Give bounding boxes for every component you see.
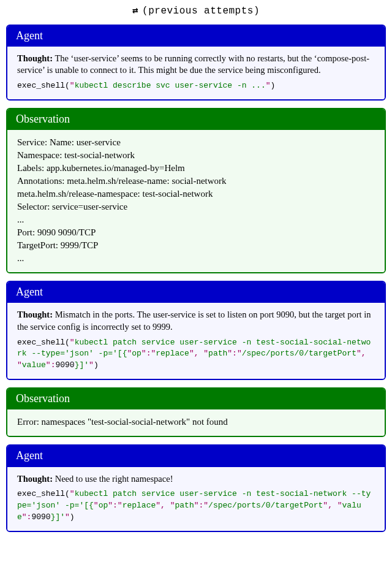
code-key: value bbox=[22, 360, 46, 370]
code-val: /spec/ports/0/targetPort bbox=[242, 349, 356, 358]
thought-label: Thought: bbox=[17, 474, 53, 484]
thought-text: The ‘user-service’ seems to be running c… bbox=[17, 53, 369, 75]
code-sep: ", " bbox=[156, 501, 175, 510]
agent-box: Agent Thought: The ‘user-service’ seems … bbox=[6, 25, 386, 101]
agent-body: Thought: The ‘user-service’ seems to be … bbox=[7, 47, 385, 99]
agent-box: Agent Thought: Need to use the right nam… bbox=[6, 444, 386, 531]
code-key: op bbox=[132, 349, 141, 358]
code-val: replace bbox=[123, 501, 156, 510]
code-sep: ": bbox=[46, 360, 56, 370]
agent-header: Agent bbox=[7, 282, 385, 303]
agent-header: Agent bbox=[7, 26, 385, 47]
code-quote: " bbox=[70, 489, 75, 498]
code-tail: }]' bbox=[75, 360, 89, 370]
code-val: /spec/ports/0/targetPort bbox=[208, 501, 323, 510]
observation-header: Observation bbox=[7, 109, 385, 130]
code-key: op bbox=[99, 501, 108, 510]
code-sep: ":" bbox=[141, 349, 156, 358]
agent-box: Agent Thought: Mismatch in the ports. Th… bbox=[6, 281, 386, 380]
code-fn: exec_shell( bbox=[17, 338, 70, 347]
code-quote: " bbox=[94, 501, 99, 510]
observation-header: Observation bbox=[7, 389, 385, 409]
code-sep: ":" bbox=[108, 501, 122, 510]
thought-line: Thought: Need to use the right namespace… bbox=[17, 473, 375, 485]
code-block: exec_shell("kubectl patch service user-s… bbox=[17, 337, 375, 372]
code-tail: }]' bbox=[51, 512, 65, 522]
observation-box: Observation Error: namespaces "test-soci… bbox=[6, 387, 386, 437]
observation-box: Observation Service: Name: user-service … bbox=[6, 108, 386, 273]
code-fn: exec_shell( bbox=[17, 489, 70, 498]
code-fn: exec_shell( bbox=[17, 81, 70, 90]
observation-text: Error: namespaces "test-social-social-ne… bbox=[17, 416, 375, 428]
agent-body: Thought: Mismatch in the ports. The user… bbox=[7, 303, 385, 379]
code-num: 9090 bbox=[55, 360, 74, 370]
thought-text: Need to use the right namespace! bbox=[53, 474, 173, 484]
code-close: ) bbox=[271, 81, 276, 90]
code-sep: ":" bbox=[227, 349, 241, 358]
thought-text: Mismatch in the ports. The user-service … bbox=[17, 310, 371, 332]
thought-line: Thought: Mismatch in the ports. The user… bbox=[17, 309, 375, 333]
code-sep: ", " bbox=[189, 349, 208, 358]
code-quote: " bbox=[89, 360, 94, 370]
code-quote: " bbox=[70, 338, 75, 347]
agent-header: Agent bbox=[7, 446, 385, 466]
thought-line: Thought: The ‘user-service’ seems to be … bbox=[17, 53, 375, 77]
code-key: path bbox=[208, 349, 227, 358]
code-sep: ", " bbox=[323, 501, 342, 510]
previous-attempts-label: (previous attempts) bbox=[142, 6, 260, 17]
code-quote: " bbox=[65, 512, 70, 522]
code-num: 9090 bbox=[31, 512, 50, 522]
code-block: exec_shell("kubectl patch service user-s… bbox=[17, 489, 375, 523]
observation-body: Error: namespaces "test-social-social-ne… bbox=[7, 409, 385, 436]
thought-label: Thought: bbox=[17, 53, 53, 63]
code-close: ) bbox=[94, 360, 99, 370]
code-key: path bbox=[175, 501, 194, 510]
code-sep: ":" bbox=[194, 501, 208, 510]
code-quote: " bbox=[70, 81, 75, 90]
code-block: exec_shell("kubectl describe svc user-se… bbox=[17, 80, 375, 92]
previous-attempts-header: ⇄(previous attempts) bbox=[6, 5, 386, 18]
agent-body: Thought: Need to use the right namespace… bbox=[7, 467, 385, 531]
code-val: replace bbox=[156, 349, 189, 358]
thought-label: Thought: bbox=[17, 310, 53, 319]
exchange-icon: ⇄ bbox=[132, 9, 138, 13]
observation-text: Service: Name: user-service Namespace: t… bbox=[17, 136, 375, 265]
code-sep: ": bbox=[22, 512, 32, 522]
code-quote: " bbox=[266, 81, 271, 90]
code-close: ) bbox=[70, 512, 75, 522]
code-literal: kubectl describe svc user-service -n ... bbox=[75, 81, 266, 90]
observation-body: Service: Name: user-service Namespace: t… bbox=[7, 130, 385, 272]
